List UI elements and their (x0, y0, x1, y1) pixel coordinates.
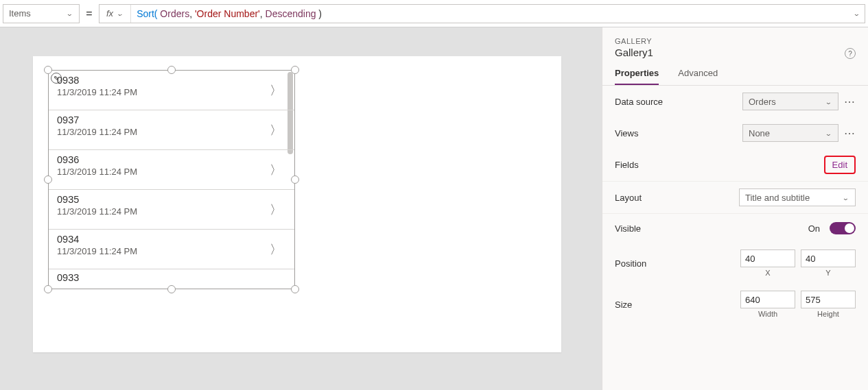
property-selector-value: Items (9, 8, 31, 19)
formula-input[interactable]: fx ⌄ Sort( Orders, 'Order Number', Desce… (99, 4, 865, 23)
chevron-right-icon[interactable]: 〉 (270, 202, 282, 218)
size-width-label: Width (758, 310, 777, 318)
prop-label: Data source (615, 97, 742, 107)
gallery-row[interactable]: 0933 (49, 269, 294, 289)
datasource-dropdown[interactable]: Orders ⌄ (742, 93, 838, 110)
tab-advanced[interactable]: Advanced (678, 68, 718, 85)
chevron-right-icon[interactable]: 〉 (270, 162, 282, 178)
formula-bar: Items ⌄ = fx ⌄ Sort( Orders, 'Order Numb… (0, 0, 868, 27)
panel-control-name: Gallery1 (615, 47, 856, 58)
panel-body: Data source Orders ⌄ ⋯ Views None ⌄ ⋯ (602, 86, 868, 390)
more-icon[interactable]: ⋯ (844, 95, 856, 108)
properties-panel: GALLERY Gallery1 ? Properties Advanced D… (602, 27, 868, 390)
row-subtitle: 11/3/2019 11:24 PM (57, 87, 286, 97)
formula-expand-button[interactable]: ⌄ (848, 8, 865, 19)
size-width-input[interactable] (740, 291, 795, 308)
gallery-row[interactable]: 0935 11/3/2019 11:24 PM 〉 (49, 190, 294, 230)
row-title: 0934 (57, 234, 286, 245)
position-y-label: Y (825, 269, 830, 277)
panel-tabs: Properties Advanced (602, 58, 868, 86)
row-subtitle: 11/3/2019 11:24 PM (57, 246, 286, 256)
tab-properties[interactable]: Properties (615, 68, 659, 85)
dropdown-value: Title and subtitle (745, 193, 810, 203)
row-title: 0937 (57, 114, 286, 125)
fx-label-text: fx (106, 8, 113, 19)
chevron-right-icon[interactable]: 〉 (270, 82, 282, 99)
prop-position: Position X Y (602, 243, 868, 284)
chevron-down-icon: ⌄ (825, 130, 832, 137)
chevron-right-icon[interactable]: 〉 (270, 122, 282, 138)
gallery-selection[interactable]: ✎ 0938 11/3/2019 11:24 PM 〉 (48, 70, 295, 289)
layout-dropdown[interactable]: Title and subtitle ⌄ (739, 188, 856, 206)
views-dropdown[interactable]: None ⌄ (742, 124, 838, 142)
position-x-input[interactable] (740, 249, 795, 267)
gallery-row[interactable]: 0937 11/3/2019 11:24 PM 〉 (49, 110, 294, 150)
size-height-input[interactable] (801, 291, 856, 308)
row-title: 0938 (57, 75, 286, 86)
dropdown-value: Orders (749, 97, 776, 107)
gallery-row[interactable]: 0936 11/3/2019 11:24 PM 〉 (49, 150, 294, 190)
chevron-down-icon: ⌄ (842, 194, 849, 202)
prop-size: Size Width Height (602, 284, 868, 325)
visible-toggle[interactable] (830, 222, 856, 234)
gallery-row[interactable]: 0938 11/3/2019 11:24 PM 〉 (49, 71, 294, 110)
position-x-label: X (765, 269, 770, 277)
app-canvas[interactable]: ✎ 0938 11/3/2019 11:24 PM 〉 (33, 56, 561, 352)
chevron-right-icon[interactable]: 〉 (270, 241, 282, 258)
prop-label: Size (615, 300, 740, 310)
main-area: ✎ 0938 11/3/2019 11:24 PM 〉 (0, 27, 868, 390)
gallery-body: 0938 11/3/2019 11:24 PM 〉 0937 11/3/2019… (49, 71, 294, 289)
chevron-down-icon: ⌄ (853, 10, 860, 17)
more-icon[interactable]: ⋯ (844, 127, 856, 140)
prop-datasource: Data source Orders ⌄ ⋯ (602, 86, 868, 117)
row-subtitle: 11/3/2019 11:24 PM (57, 167, 286, 177)
row-title: 0935 (57, 194, 286, 205)
prop-label: Position (615, 258, 740, 269)
equals-sign: = (80, 8, 99, 20)
size-height-label: Height (817, 310, 839, 318)
panel-category: GALLERY (615, 37, 856, 45)
prop-views: Views None ⌄ ⋯ (602, 117, 868, 149)
chevron-down-icon: ⌄ (825, 98, 832, 106)
row-subtitle: 11/3/2019 11:24 PM (57, 206, 286, 217)
prop-label: Layout (615, 193, 739, 203)
help-icon[interactable]: ? (845, 48, 856, 59)
position-y-input[interactable] (801, 249, 856, 267)
prop-visible: Visible On (602, 214, 868, 243)
dropdown-value: None (749, 128, 770, 138)
canvas-viewport[interactable]: ✎ 0938 11/3/2019 11:24 PM 〉 (0, 27, 602, 390)
fields-edit-button[interactable]: Edit (824, 156, 856, 174)
prop-label: Fields (615, 160, 824, 170)
property-selector[interactable]: Items ⌄ (3, 4, 80, 23)
row-title: 0936 (57, 154, 286, 165)
prop-layout: Layout Title and subtitle ⌄ (602, 182, 868, 214)
gallery-row[interactable]: 0934 11/3/2019 11:24 PM 〉 (49, 230, 294, 269)
prop-label: Visible (615, 223, 808, 234)
toggle-label: On (808, 223, 820, 234)
prop-label: Views (615, 128, 742, 138)
row-subtitle: 11/3/2019 11:24 PM (57, 127, 286, 137)
panel-header: GALLERY Gallery1 ? (602, 27, 868, 58)
row-title: 0933 (57, 272, 286, 283)
chevron-down-icon: ⌄ (66, 10, 73, 17)
fx-button[interactable]: fx ⌄ (99, 5, 131, 23)
formula-text[interactable]: Sort( Orders, 'Order Number', Descending… (131, 8, 848, 19)
chevron-down-icon: ⌄ (116, 10, 124, 17)
prop-fields: Fields Edit (602, 149, 868, 182)
